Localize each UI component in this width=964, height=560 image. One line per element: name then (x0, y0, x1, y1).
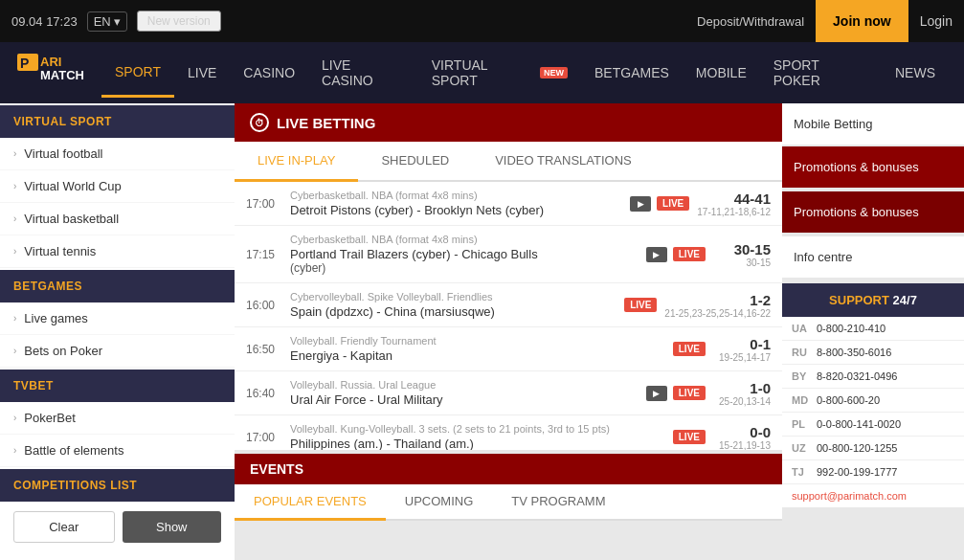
table-row[interactable]: 16:50 Volleyball. Friendly Tournament En… (235, 327, 782, 371)
support-contact-md: MD 0-800-600-20 (782, 389, 964, 413)
score-sub: 15-21,19-13 (713, 440, 771, 451)
events-tabs: POPULAR EVENTS UPCOMING TV PROGRAMM (235, 484, 782, 521)
score-sub: 25-20,13-14 (713, 396, 771, 407)
support-phone: 00-800-120-1255 (817, 442, 897, 454)
match-info: Volleyball. Russia. Ural League Ural Air… (290, 379, 639, 407)
sidebar-item-virtual-tennis[interactable]: › Virtual tennis (0, 235, 235, 268)
language-selector[interactable]: EN ▾ (87, 11, 127, 32)
nav-item-sport[interactable]: SPORT (101, 48, 174, 98)
support-country: MD (792, 394, 811, 406)
sidebar-item-virtual-worldcup[interactable]: › Virtual World Cup (0, 170, 235, 203)
match-name: Philippines (am.) - Thailand (am.) (290, 437, 665, 450)
tab-tv-programm[interactable]: TV PROGRAMM (492, 484, 624, 519)
filter-item[interactable]: › Filter (0, 552, 235, 560)
sidebar-item-live-games[interactable]: › Live games (0, 302, 235, 335)
match-time: 17:00 (246, 431, 282, 444)
competitions-buttons: Clear Show (0, 502, 235, 552)
promotions-bonuses-button-2[interactable]: Promotions & bonuses (782, 191, 964, 235)
support-hours: 24/7 (893, 293, 917, 307)
arrow-icon: › (13, 346, 16, 356)
sport-label: Volleyball. Russia. Ural League (290, 379, 639, 391)
betgames-section-title: BETGAMES (0, 270, 235, 302)
match-actions: ▶ LIVE (646, 247, 706, 262)
nav-item-mobile[interactable]: MOBILE (683, 48, 760, 98)
match-time: 16:50 (246, 343, 282, 356)
promotions-bonuses-button-1[interactable]: Promotions & bonuses (782, 146, 964, 190)
live-badge: LIVE (673, 386, 706, 400)
match-name: Detroit Pistons (cyber) - Brooklyn Nets … (290, 203, 622, 217)
support-phone: 8-800-350-6016 (817, 347, 891, 358)
match-score: 1-0 25-20,13-14 (713, 380, 771, 407)
mobile-betting-button[interactable]: Mobile Betting (782, 103, 964, 146)
clear-button[interactable]: Clear (13, 511, 115, 543)
nav-item-live-casino[interactable]: LIVE CASINO (308, 48, 418, 98)
live-badge: LIVE (657, 196, 689, 211)
tab-popular-events[interactable]: POPULAR EVENTS (235, 484, 386, 521)
table-row[interactable]: 16:00 Cybervolleyball. Spike Volleyball.… (235, 283, 782, 327)
nav-virtual-sport-label: VIRTUAL SPORT (432, 57, 535, 88)
sport-label: Cybervolleyball. Spike Volleyball. Frien… (290, 291, 617, 302)
logo[interactable]: P ARI MATCH (15, 49, 101, 97)
left-sidebar: VIRTUAL SPORT › Virtual football › Virtu… (0, 103, 235, 560)
sidebar-item-virtual-football[interactable]: › Virtual football (0, 138, 235, 170)
score-main: 30-15 (713, 241, 771, 258)
arrow-icon: › (13, 213, 16, 224)
sport-label: Cyberbasketball. NBA (format 4x8 mins) (290, 190, 622, 201)
tvbet-section-title: TVBET (0, 370, 235, 402)
arrow-icon: › (13, 445, 16, 456)
table-row[interactable]: 16:40 Volleyball. Russia. Ural League Ur… (235, 371, 782, 415)
tab-sheduled[interactable]: SHEDULED (358, 142, 472, 180)
live-betting-header: ⏱ LIVE BETTING (235, 103, 782, 142)
match-score: 0-1 19-25,14-17 (713, 336, 771, 363)
live-table-wrapper[interactable]: 17:00 Cyberbasketball. NBA (format 4x8 m… (235, 182, 782, 450)
match-time: 17:15 (246, 248, 282, 261)
info-centre-button[interactable]: Info centre (782, 236, 964, 280)
support-country: PL (792, 418, 811, 430)
score-main: 0-0 (713, 424, 771, 440)
table-row[interactable]: 17:00 Cyberbasketball. NBA (format 4x8 m… (235, 182, 782, 226)
sport-label: Volleyball. Friendly Tournament (290, 335, 665, 347)
sidebar-item-battle-of-elements[interactable]: › Battle of elements (0, 435, 235, 467)
score-sub: 17-11,21-18,6-12 (697, 207, 771, 217)
deposit-withdrawal-link[interactable]: Deposit/Withdrawal (697, 14, 804, 29)
support-contact-ru: RU 8-800-350-6016 (782, 341, 964, 365)
video-icon: ▶ (646, 247, 667, 262)
topbar-right: Deposit/Withdrawal Join now Login (697, 0, 953, 42)
join-now-button[interactable]: Join now (816, 0, 908, 42)
live-table: 17:00 Cyberbasketball. NBA (format 4x8 m… (235, 182, 782, 450)
sidebar-item-pokerbet[interactable]: › PokerBet (0, 402, 235, 435)
nav-item-live[interactable]: LIVE (174, 48, 230, 98)
nav-item-casino[interactable]: CASINO (230, 48, 308, 98)
match-name: Ural Air Force - Ural Military (290, 392, 639, 407)
table-row[interactable]: 17:00 Volleyball. Kung-Volleyball. 3 set… (235, 415, 782, 450)
show-button[interactable]: Show (123, 511, 222, 543)
sidebar-item-label: Battle of elements (24, 443, 123, 458)
nav-item-news[interactable]: NEWS (882, 48, 949, 98)
virtual-sport-section-title: VIRTUAL SPORT (0, 105, 235, 138)
nav-item-virtual-sport[interactable]: VIRTUAL SPORT NEW (418, 48, 581, 98)
nav-item-sport-poker[interactable]: SPORT POKER (760, 48, 882, 98)
match-score: 30-15 30-15 (713, 241, 771, 268)
topbar-datetime: 09.04 17:23 (11, 14, 78, 29)
new-version-button[interactable]: New version (137, 11, 221, 32)
sidebar-item-label: Virtual tennis (24, 244, 96, 258)
sidebar-item-bets-on-poker[interactable]: › Bets on Poker (0, 335, 235, 368)
main-content: VIRTUAL SPORT › Virtual football › Virtu… (0, 103, 964, 560)
tab-live-inplay[interactable]: LIVE IN-PLAY (235, 142, 358, 182)
match-name-sub: (cyber) (290, 261, 639, 275)
live-betting-tabs: LIVE IN-PLAY SHEDULED VIDEO TRANSLATIONS (235, 142, 782, 182)
tab-video-translations[interactable]: VIDEO TRANSLATIONS (472, 142, 655, 180)
match-actions: LIVE (673, 430, 706, 444)
match-name: Portland Trail Blazers (cyber) - Chicago… (290, 247, 639, 261)
support-email-link[interactable]: support@parimatch.com (792, 490, 907, 502)
live-betting-title: LIVE BETTING (277, 115, 375, 131)
match-actions: ▶ LIVE (646, 386, 706, 401)
support-country: UZ (792, 442, 811, 454)
support-phone: 8-820-0321-0496 (817, 370, 897, 382)
table-row[interactable]: 17:15 Cyberbasketball. NBA (format 4x8 m… (235, 226, 782, 283)
tab-upcoming[interactable]: UPCOMING (386, 484, 493, 519)
sidebar-item-virtual-basketball[interactable]: › Virtual basketball (0, 203, 235, 235)
login-button[interactable]: Login (920, 13, 953, 29)
support-country: RU (792, 347, 811, 358)
nav-item-betgames[interactable]: BETGAMES (581, 48, 683, 98)
